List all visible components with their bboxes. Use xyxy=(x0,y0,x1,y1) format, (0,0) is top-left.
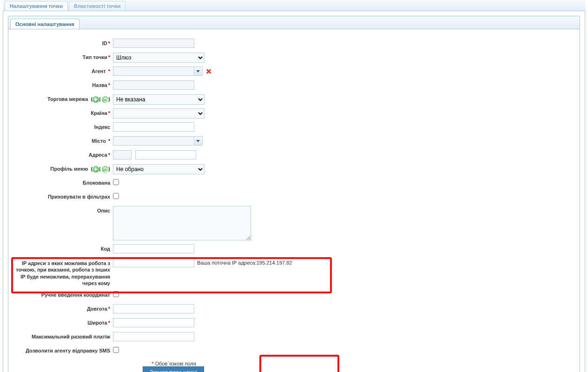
label-name: Назва* xyxy=(13,80,113,88)
blocked-checkbox[interactable] xyxy=(113,179,119,185)
refresh-trade-network-icon[interactable] xyxy=(102,96,108,103)
required-note: * Обов`язкові поля xyxy=(13,361,334,366)
address-field[interactable] xyxy=(135,150,196,159)
agent-dropdown-btn[interactable] xyxy=(194,66,203,76)
description-textarea[interactable] xyxy=(113,206,251,240)
country-select[interactable] xyxy=(113,108,205,119)
tab-point-props[interactable]: Властивості точки xyxy=(69,1,126,11)
label-blocked: Блокована xyxy=(13,178,113,186)
index-field[interactable] xyxy=(113,122,194,132)
tab-point-settings[interactable]: Налаштування точки xyxy=(5,1,68,11)
menu-profile-select[interactable]: Не обрано xyxy=(113,164,205,174)
top-tabs: Налаштування точки Властивості точки xyxy=(3,0,585,11)
longitude-field[interactable] xyxy=(113,304,194,313)
generate-keys-button[interactable]: Згенерувати ключі xyxy=(143,366,204,372)
form-footer: * Обов`язкові поля Згенерувати ключі xyxy=(13,361,334,372)
id-field[interactable] xyxy=(113,39,194,48)
address-prefix-field[interactable] xyxy=(113,150,132,159)
tab-main-settings[interactable]: Основні налаштування xyxy=(10,19,79,30)
label-city: Місто * xyxy=(13,136,113,144)
manual-coords-checkbox[interactable] xyxy=(113,291,119,297)
label-id: ID* xyxy=(13,39,113,46)
current-ip-note: Ваша поточна IP адреса:195.214.197.82 xyxy=(197,260,292,266)
agent-combo[interactable] xyxy=(113,66,194,76)
hide-in-filters-checkbox[interactable] xyxy=(113,193,119,199)
form-panel: ID* Тип точки* Шлюз xyxy=(8,29,580,372)
ip-addresses-row: IP адреси з яких можлива робота з точкою… xyxy=(13,258,575,286)
label-ip-addresses: IP адреси з яких можлива робота з точкою… xyxy=(13,258,113,286)
code-field[interactable] xyxy=(113,244,194,253)
label-trade-network: Торгова мережа (| ) xyxy=(13,94,113,103)
name-field[interactable] xyxy=(113,80,194,90)
label-code: Код xyxy=(13,244,113,252)
label-country: Країна* xyxy=(13,108,113,116)
label-description: Опис xyxy=(13,206,113,213)
label-longitude: Довгота* xyxy=(13,304,113,312)
label-point-type: Тип точки* xyxy=(13,53,113,60)
label-address: Адреса* xyxy=(13,150,113,158)
latitude-field[interactable] xyxy=(113,318,194,327)
trade-network-select[interactable]: Не вказана xyxy=(113,94,205,105)
label-manual-coords: Ручне введення координат xyxy=(13,290,113,298)
inner-tabs: Основні налаштування xyxy=(8,16,580,29)
label-hide-in-filters: Приховувати в фільтрах xyxy=(13,192,113,199)
label-index: Індекс xyxy=(13,122,113,130)
clear-agent-icon[interactable] xyxy=(205,68,212,74)
outer-panel: Основні налаштування ID* Тип точки* xyxy=(3,11,585,372)
label-allow-agent-sms: Дозволити агенту відправку SMS xyxy=(13,346,113,353)
ip-addresses-field[interactable] xyxy=(113,258,194,267)
add-trade-network-icon[interactable] xyxy=(92,96,99,103)
max-single-payment-field[interactable] xyxy=(113,332,194,341)
point-type-select[interactable]: Шлюз xyxy=(113,53,205,63)
label-agent: Агент * xyxy=(13,66,113,74)
label-menu-profile: Профіль меню (| ) xyxy=(13,164,113,173)
refresh-menu-profile-icon[interactable] xyxy=(102,166,108,173)
add-menu-profile-icon[interactable] xyxy=(92,166,99,173)
label-latitude: Широта* xyxy=(13,318,113,326)
label-max-single-payment: Максимальний разовий платіж xyxy=(13,332,113,339)
city-dropdown-btn[interactable] xyxy=(194,136,203,146)
allow-agent-sms-checkbox[interactable] xyxy=(113,347,119,353)
city-combo[interactable] xyxy=(113,136,194,146)
